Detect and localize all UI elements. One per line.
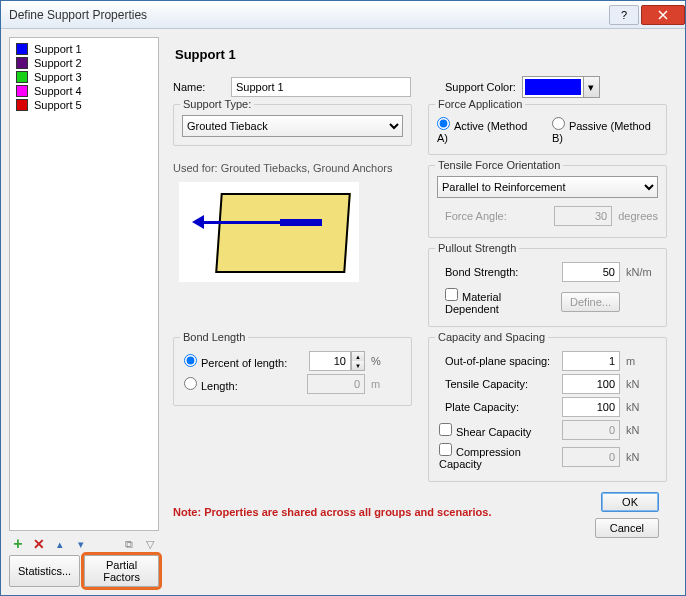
ok-button[interactable]: OK	[601, 492, 659, 512]
color-preview	[525, 79, 581, 95]
tensile-force-orientation-group: Tensile Force Orientation Parallel to Re…	[428, 165, 667, 238]
compression-capacity-input	[562, 447, 620, 467]
used-for-text: Used for: Grouted Tiebacks, Ground Ancho…	[173, 156, 412, 178]
support-preview	[179, 182, 359, 282]
name-label: Name:	[173, 81, 225, 93]
list-item[interactable]: Support 4	[16, 84, 152, 98]
support-color-dropdown[interactable]: ▾	[522, 76, 600, 98]
add-icon[interactable]: +	[9, 535, 27, 553]
pullout-strength-group: Pullout Strength Bond Strength: kN/m Mat…	[428, 248, 667, 327]
compression-capacity-checkbox[interactable]: Compression Capacity	[439, 443, 556, 470]
shear-capacity-input	[562, 420, 620, 440]
panel-header: Support 1	[173, 43, 667, 76]
support-type-select[interactable]: Grouted Tieback	[182, 115, 403, 137]
support-color-label: Support Color:	[445, 81, 516, 93]
support-type-group: Support Type: Grouted Tieback	[173, 104, 412, 146]
active-radio[interactable]: Active (Method A)	[437, 117, 535, 144]
length-input	[307, 374, 365, 394]
close-button[interactable]	[641, 5, 685, 25]
list-item[interactable]: Support 1	[16, 42, 152, 56]
bond-length-group: Bond Length Percent of length: ▲▼ % Leng…	[173, 337, 412, 406]
plate-capacity-input[interactable]	[562, 397, 620, 417]
up-arrow-icon[interactable]: ▴	[51, 535, 69, 553]
partial-factors-button[interactable]: Partial Factors	[84, 555, 159, 587]
filter-icon[interactable]: ▽	[141, 535, 159, 553]
tensile-capacity-input[interactable]	[562, 374, 620, 394]
color-swatch	[16, 57, 28, 69]
delete-icon[interactable]: ✕	[30, 535, 48, 553]
force-angle-input	[554, 206, 612, 226]
bond-strength-input[interactable]	[562, 262, 620, 282]
list-toolbar: + ✕ ▴ ▾ ⧉ ▽	[9, 531, 159, 555]
list-item[interactable]: Support 3	[16, 70, 152, 84]
define-button: Define...	[561, 292, 620, 312]
statistics-button[interactable]: Statistics...	[9, 555, 80, 587]
titlebar: Define Support Properties ?	[1, 1, 685, 29]
percent-length-input[interactable]	[309, 351, 351, 371]
cancel-button[interactable]: Cancel	[595, 518, 659, 538]
shear-capacity-checkbox[interactable]: Shear Capacity	[439, 423, 556, 438]
color-swatch	[16, 43, 28, 55]
help-button[interactable]: ?	[609, 5, 639, 25]
list-item[interactable]: Support 5	[16, 98, 152, 112]
note-text: Note: Properties are shared across all g…	[173, 504, 492, 526]
percent-length-radio[interactable]: Percent of length:	[184, 354, 303, 369]
passive-radio[interactable]: Passive (Method B)	[552, 117, 658, 144]
list-item[interactable]: Support 2	[16, 56, 152, 70]
color-swatch	[16, 71, 28, 83]
color-swatch	[16, 85, 28, 97]
force-application-group: Force Application Active (Method A) Pass…	[428, 104, 667, 155]
length-radio[interactable]: Length:	[184, 377, 301, 392]
capacity-spacing-group: Capacity and Spacing Out-of-plane spacin…	[428, 337, 667, 482]
dialog-window: Define Support Properties ? Support 1 Su…	[0, 0, 686, 596]
tfo-select[interactable]: Parallel to Reinforcement	[437, 176, 658, 198]
window-title: Define Support Properties	[9, 8, 607, 22]
chevron-down-icon: ▾	[583, 77, 599, 97]
color-swatch	[16, 99, 28, 111]
name-input[interactable]	[231, 77, 411, 97]
spacing-input[interactable]	[562, 351, 620, 371]
spinner[interactable]: ▲▼	[351, 351, 365, 371]
support-list[interactable]: Support 1 Support 2 Support 3 Support 4 …	[9, 37, 159, 531]
down-arrow-icon[interactable]: ▾	[72, 535, 90, 553]
copy-icon[interactable]: ⧉	[120, 535, 138, 553]
material-dependent-checkbox[interactable]: Material Dependent	[445, 288, 555, 315]
